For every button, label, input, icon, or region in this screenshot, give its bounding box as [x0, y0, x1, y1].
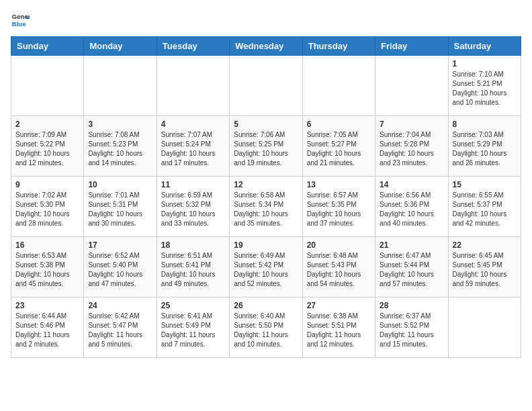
day-number: 4 [161, 120, 225, 129]
week-row-2: 2Sunrise: 7:09 AM Sunset: 5:22 PM Daylig… [11, 116, 521, 177]
calendar-cell [302, 56, 375, 116]
day-info: Sunrise: 6:58 AM Sunset: 5:34 PM Dayligh… [234, 191, 298, 228]
calendar-cell: 20Sunrise: 6:48 AM Sunset: 5:43 PM Dayli… [302, 237, 375, 298]
day-number: 28 [380, 301, 443, 310]
calendar-cell [375, 56, 448, 116]
calendar-cell: 4Sunrise: 7:07 AM Sunset: 5:24 PM Daylig… [157, 116, 229, 177]
week-row-4: 16Sunrise: 6:53 AM Sunset: 5:38 PM Dayli… [11, 237, 521, 298]
day-info: Sunrise: 6:57 AM Sunset: 5:35 PM Dayligh… [307, 191, 371, 228]
day-number: 21 [380, 240, 443, 250]
day-number: 19 [234, 240, 298, 250]
day-info: Sunrise: 6:47 AM Sunset: 5:44 PM Dayligh… [380, 251, 443, 289]
day-number: 8 [453, 120, 517, 129]
day-number: 27 [307, 301, 371, 310]
calendar-cell: 16Sunrise: 6:53 AM Sunset: 5:38 PM Dayli… [11, 237, 84, 298]
day-info: Sunrise: 6:41 AM Sunset: 5:49 PM Dayligh… [161, 312, 225, 349]
day-number: 14 [380, 180, 443, 189]
day-info: Sunrise: 7:07 AM Sunset: 5:24 PM Dayligh… [161, 130, 225, 168]
calendar-cell: 21Sunrise: 6:47 AM Sunset: 5:44 PM Dayli… [375, 237, 448, 298]
calendar-cell: 17Sunrise: 6:52 AM Sunset: 5:40 PM Dayli… [84, 237, 157, 298]
calendar-table: SundayMondayTuesdayWednesdayThursdayFrid… [11, 36, 521, 358]
calendar-cell: 12Sunrise: 6:58 AM Sunset: 5:34 PM Dayli… [230, 177, 302, 237]
calendar-cell: 9Sunrise: 7:02 AM Sunset: 5:30 PM Daylig… [11, 177, 84, 237]
day-info: Sunrise: 6:37 AM Sunset: 5:52 PM Dayligh… [380, 312, 443, 349]
day-info: Sunrise: 7:02 AM Sunset: 5:30 PM Dayligh… [15, 191, 79, 228]
day-number: 26 [234, 301, 298, 310]
calendar-cell: 14Sunrise: 6:56 AM Sunset: 5:36 PM Dayli… [375, 177, 448, 237]
calendar-cell: 15Sunrise: 6:55 AM Sunset: 5:37 PM Dayli… [448, 177, 521, 237]
day-number: 10 [88, 180, 152, 189]
day-info: Sunrise: 7:10 AM Sunset: 5:21 PM Dayligh… [453, 70, 517, 107]
day-info: Sunrise: 6:48 AM Sunset: 5:43 PM Dayligh… [307, 251, 371, 289]
day-number: 1 [453, 59, 517, 68]
week-row-5: 23Sunrise: 6:44 AM Sunset: 5:46 PM Dayli… [11, 298, 521, 358]
calendar-cell: 13Sunrise: 6:57 AM Sunset: 5:35 PM Dayli… [302, 177, 375, 237]
day-number: 24 [88, 301, 152, 310]
weekday-header-saturday: Saturday [448, 37, 521, 56]
calendar-cell: 5Sunrise: 7:06 AM Sunset: 5:25 PM Daylig… [230, 116, 302, 177]
day-info: Sunrise: 6:49 AM Sunset: 5:42 PM Dayligh… [234, 251, 298, 289]
calendar-cell [157, 56, 229, 116]
calendar-cell [84, 56, 157, 116]
day-info: Sunrise: 7:06 AM Sunset: 5:25 PM Dayligh… [234, 130, 298, 168]
calendar-cell: 28Sunrise: 6:37 AM Sunset: 5:52 PM Dayli… [375, 298, 448, 358]
day-number: 17 [88, 240, 152, 250]
day-number: 23 [15, 301, 79, 310]
calendar-cell: 22Sunrise: 6:45 AM Sunset: 5:45 PM Dayli… [448, 237, 521, 298]
day-info: Sunrise: 7:08 AM Sunset: 5:23 PM Dayligh… [88, 130, 152, 168]
calendar-cell: 8Sunrise: 7:03 AM Sunset: 5:29 PM Daylig… [448, 116, 521, 177]
day-number: 18 [161, 240, 225, 250]
weekday-header-monday: Monday [84, 37, 157, 56]
day-number: 25 [161, 301, 225, 310]
calendar-cell: 2Sunrise: 7:09 AM Sunset: 5:22 PM Daylig… [11, 116, 84, 177]
weekday-header-friday: Friday [375, 37, 448, 56]
day-info: Sunrise: 6:40 AM Sunset: 5:50 PM Dayligh… [234, 312, 298, 349]
calendar-cell: 1Sunrise: 7:10 AM Sunset: 5:21 PM Daylig… [448, 56, 521, 116]
page-header: General Blue [11, 11, 521, 30]
day-info: Sunrise: 7:01 AM Sunset: 5:31 PM Dayligh… [88, 191, 152, 228]
day-info: Sunrise: 6:51 AM Sunset: 5:41 PM Dayligh… [161, 251, 225, 289]
calendar-cell: 11Sunrise: 6:59 AM Sunset: 5:32 PM Dayli… [157, 177, 229, 237]
calendar-cell: 25Sunrise: 6:41 AM Sunset: 5:49 PM Dayli… [157, 298, 229, 358]
weekday-header-wednesday: Wednesday [230, 37, 302, 56]
day-info: Sunrise: 6:42 AM Sunset: 5:47 PM Dayligh… [88, 312, 152, 349]
day-number: 12 [234, 180, 298, 189]
day-info: Sunrise: 6:59 AM Sunset: 5:32 PM Dayligh… [161, 191, 225, 228]
calendar-cell: 3Sunrise: 7:08 AM Sunset: 5:23 PM Daylig… [84, 116, 157, 177]
day-info: Sunrise: 6:38 AM Sunset: 5:51 PM Dayligh… [307, 312, 371, 349]
day-number: 16 [15, 240, 79, 250]
calendar-cell: 6Sunrise: 7:05 AM Sunset: 5:27 PM Daylig… [302, 116, 375, 177]
weekday-header-row: SundayMondayTuesdayWednesdayThursdayFrid… [11, 37, 521, 56]
week-row-1: 1Sunrise: 7:10 AM Sunset: 5:21 PM Daylig… [11, 56, 521, 116]
day-number: 22 [453, 240, 517, 250]
calendar-cell: 24Sunrise: 6:42 AM Sunset: 5:47 PM Dayli… [84, 298, 157, 358]
calendar-cell: 23Sunrise: 6:44 AM Sunset: 5:46 PM Dayli… [11, 298, 84, 358]
logo-icon: General Blue [11, 11, 30, 30]
day-number: 7 [380, 120, 443, 129]
day-number: 2 [15, 120, 79, 129]
day-info: Sunrise: 6:44 AM Sunset: 5:46 PM Dayligh… [15, 312, 79, 349]
day-info: Sunrise: 7:05 AM Sunset: 5:27 PM Dayligh… [307, 130, 371, 168]
calendar-cell [11, 56, 84, 116]
calendar-cell: 18Sunrise: 6:51 AM Sunset: 5:41 PM Dayli… [157, 237, 229, 298]
weekday-header-sunday: Sunday [11, 37, 84, 56]
day-number: 11 [161, 180, 225, 189]
calendar-cell [230, 56, 302, 116]
day-number: 15 [453, 180, 517, 189]
day-info: Sunrise: 6:52 AM Sunset: 5:40 PM Dayligh… [88, 251, 152, 289]
day-number: 3 [88, 120, 152, 129]
day-number: 9 [15, 180, 79, 189]
day-info: Sunrise: 6:53 AM Sunset: 5:38 PM Dayligh… [15, 251, 79, 289]
day-info: Sunrise: 6:55 AM Sunset: 5:37 PM Dayligh… [453, 191, 517, 228]
calendar-cell: 26Sunrise: 6:40 AM Sunset: 5:50 PM Dayli… [230, 298, 302, 358]
weekday-header-thursday: Thursday [302, 37, 375, 56]
calendar-cell: 7Sunrise: 7:04 AM Sunset: 5:28 PM Daylig… [375, 116, 448, 177]
svg-text:Blue: Blue [12, 20, 26, 28]
logo: General Blue [11, 11, 30, 30]
day-info: Sunrise: 7:09 AM Sunset: 5:22 PM Dayligh… [15, 130, 79, 168]
weekday-header-tuesday: Tuesday [157, 37, 229, 56]
calendar-cell: 19Sunrise: 6:49 AM Sunset: 5:42 PM Dayli… [230, 237, 302, 298]
calendar-cell [448, 298, 521, 358]
day-number: 20 [307, 240, 371, 250]
week-row-3: 9Sunrise: 7:02 AM Sunset: 5:30 PM Daylig… [11, 177, 521, 237]
